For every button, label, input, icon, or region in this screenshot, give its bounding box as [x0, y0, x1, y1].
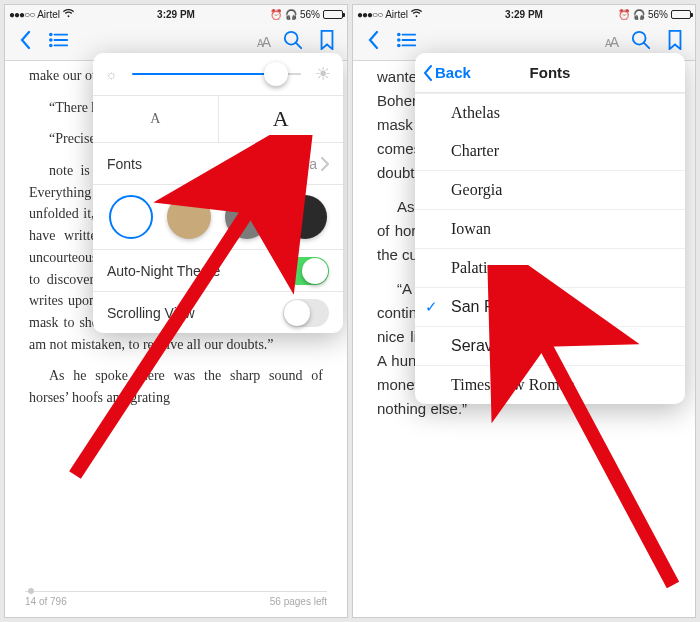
pages-left-label: 56 pages left [270, 594, 327, 610]
bookmark-icon[interactable] [317, 30, 337, 54]
svg-point-13 [398, 39, 400, 41]
font-name-label: Charter [451, 142, 499, 159]
chevron-right-icon [321, 157, 329, 171]
font-smaller-button[interactable]: A [93, 101, 218, 137]
screenshot-left: ●●●○○ Airtel 3:29 PM ⏰ 🎧 56% [4, 4, 348, 618]
svg-line-7 [296, 42, 301, 47]
svg-point-5 [50, 44, 52, 46]
font-item[interactable]: ✓San Francisco [415, 287, 685, 326]
clock-label: 3:29 PM [157, 9, 195, 20]
back-button[interactable]: Back [423, 64, 471, 81]
auto-night-switch[interactable] [283, 257, 329, 285]
slider-thumb[interactable] [264, 62, 288, 86]
scrolling-view-label: Scrolling View [107, 305, 195, 321]
toc-icon[interactable] [49, 30, 69, 54]
headphones-icon: 🎧 [285, 9, 297, 20]
appearance-popover: ☼ ☀ A A Fonts Georgia [93, 53, 343, 333]
signal-dots-icon: ●●●○○ [357, 9, 382, 20]
popover-header: Back Fonts [415, 53, 685, 93]
alarm-icon: ⏰ [618, 9, 630, 20]
search-icon[interactable] [631, 30, 651, 54]
wifi-icon [63, 9, 74, 20]
svg-point-14 [398, 44, 400, 46]
check-icon: ✓ [425, 298, 438, 316]
battery-pct-label: 56% [648, 9, 668, 20]
chevron-left-icon [423, 65, 433, 81]
search-icon[interactable] [283, 30, 303, 54]
battery-icon [323, 10, 343, 19]
theme-white[interactable] [109, 195, 153, 239]
font-name-label: Seravek [451, 337, 510, 354]
font-item[interactable]: Seravek [415, 326, 685, 365]
theme-gray[interactable] [225, 195, 269, 239]
signal-dots-icon: ●●●○○ [9, 9, 34, 20]
auto-night-row: Auto-Night Theme [93, 249, 343, 291]
theme-sepia[interactable] [167, 195, 211, 239]
brightness-high-icon: ☀ [315, 63, 331, 85]
popover-title: Fonts [530, 64, 571, 81]
appearance-button[interactable]: AA [257, 34, 269, 50]
font-larger-button[interactable]: A [218, 96, 344, 142]
appearance-button[interactable]: AA [605, 34, 617, 50]
font-name-label: Georgia [451, 181, 502, 198]
paragraph: As he spoke there was the sharp sound of… [29, 365, 323, 408]
wifi-icon [411, 9, 422, 20]
headphones-icon: 🎧 [633, 9, 645, 20]
fonts-value: Georgia [267, 156, 317, 172]
font-name-label: Iowan [451, 220, 491, 237]
alarm-icon: ⏰ [270, 9, 282, 20]
screenshot-right: ●●●○○ Airtel 3:29 PM ⏰ 🎧 56% AA [352, 4, 696, 618]
brightness-slider[interactable] [132, 73, 301, 75]
status-bar: ●●●○○ Airtel 3:29 PM ⏰ 🎧 56% [5, 5, 347, 23]
scrolling-view-switch[interactable] [283, 299, 329, 327]
back-icon[interactable] [15, 30, 35, 54]
back-icon[interactable] [363, 30, 383, 54]
svg-point-4 [50, 39, 52, 41]
font-item[interactable]: Palatino [415, 248, 685, 287]
bookmark-icon[interactable] [665, 30, 685, 54]
carrier-label: Airtel [37, 9, 60, 20]
font-name-label: Athelas [451, 104, 500, 121]
font-item[interactable]: Iowan [415, 209, 685, 248]
scrolling-view-row: Scrolling View [93, 291, 343, 333]
toc-icon[interactable] [397, 30, 417, 54]
font-item[interactable]: Athelas [415, 93, 685, 132]
auto-night-label: Auto-Night Theme [107, 263, 220, 279]
brightness-row: ☼ ☀ [93, 53, 343, 95]
font-name-label: Palatino [451, 259, 503, 276]
svg-point-3 [50, 33, 52, 35]
carrier-label: Airtel [385, 9, 408, 20]
font-name-label: San Francisco [451, 298, 553, 315]
back-label: Back [435, 64, 471, 81]
font-size-row: A A [93, 95, 343, 142]
fonts-label: Fonts [107, 156, 142, 172]
battery-icon [671, 10, 691, 19]
fonts-row[interactable]: Fonts Georgia [93, 142, 343, 184]
font-item[interactable]: Georgia [415, 170, 685, 209]
clock-label: 3:29 PM [505, 9, 543, 20]
themes-row [93, 184, 343, 249]
fonts-popover: Back Fonts AthelasCharterGeorgiaIowanPal… [415, 53, 685, 404]
status-bar: ●●●○○ Airtel 3:29 PM ⏰ 🎧 56% [353, 5, 695, 23]
font-item[interactable]: Times New Roman [415, 365, 685, 404]
font-item[interactable]: Charter [415, 132, 685, 170]
page-number-label: 14 of 796 [25, 594, 67, 610]
svg-line-16 [644, 42, 649, 47]
svg-point-12 [398, 33, 400, 35]
font-list: AthelasCharterGeorgiaIowanPalatino✓San F… [415, 93, 685, 404]
brightness-low-icon: ☼ [105, 66, 118, 82]
battery-pct-label: 56% [300, 9, 320, 20]
theme-black[interactable] [283, 195, 327, 239]
font-name-label: Times New Roman [451, 376, 575, 393]
